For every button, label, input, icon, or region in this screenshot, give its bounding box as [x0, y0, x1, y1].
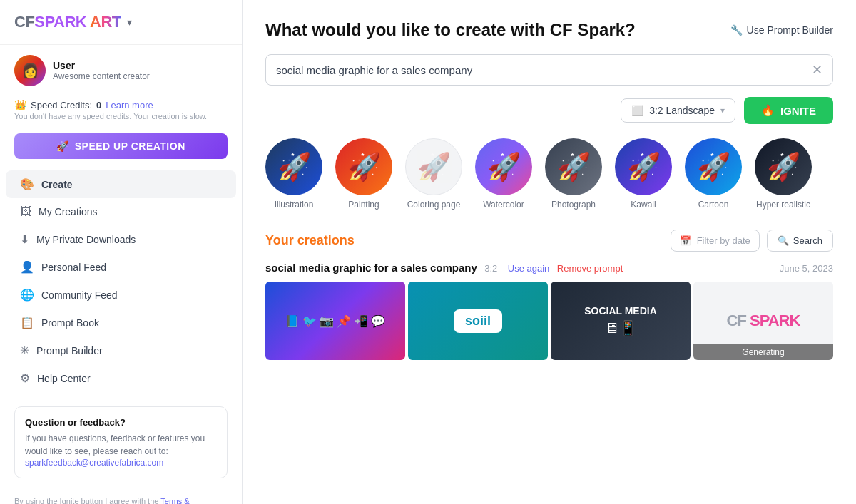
main-content: What would you like to create with CF Sp…	[243, 0, 856, 504]
style-kawaii[interactable]: 🚀 Kawaii	[615, 138, 672, 210]
feedback-title: Question or feedback?	[25, 417, 217, 428]
feedback-text: If you have questions, feedback or featu…	[25, 432, 217, 458]
sidebar-item-private-downloads[interactable]: ⬇ My Private Downloads	[6, 225, 236, 253]
main-header: What would you like to create with CF Sp…	[265, 20, 833, 40]
logo-cf: CF	[14, 13, 34, 31]
style-painting-label: Painting	[348, 200, 379, 210]
terms-prefix: By using the Ignite button I agree with …	[14, 497, 158, 504]
sidebar-item-create-label: Create	[41, 179, 73, 190]
sidebar-item-prompt-book[interactable]: 📋 Prompt Book	[6, 309, 236, 336]
logo: CFSPARK ART	[14, 13, 121, 31]
style-illustration[interactable]: 🚀 Illustration	[265, 138, 322, 210]
speed-up-button[interactable]: 🚀 SPEED UP CREATION	[14, 133, 228, 159]
image-1: 📘🐦📷 📌📲💬	[265, 282, 405, 360]
sidebar-item-community-feed[interactable]: 🌐 Community Feed	[6, 281, 236, 309]
creation-prompt: social media graphic for a sales company	[265, 262, 477, 274]
search-icon: 🔍	[778, 235, 789, 246]
learn-more-link[interactable]: Learn more	[106, 100, 153, 110]
personal-feed-icon: 👤	[20, 260, 34, 274]
credits-area: 👑 Speed Credits: 0 Learn more You don't …	[0, 96, 242, 128]
image-2: soiil	[408, 282, 548, 360]
credits-note: You don't have any speed credits. Your c…	[14, 112, 228, 120]
style-hyperrealistic[interactable]: 🚀 Hyper realistic	[755, 138, 812, 210]
creation-group-info: social media graphic for a sales company…	[265, 262, 623, 274]
style-watercolor[interactable]: 🚀 Watercolor	[475, 138, 532, 210]
creation-group-header: social media graphic for a sales company…	[265, 262, 833, 274]
filter-date-label: Filter by date	[697, 235, 750, 246]
style-kawaii-label: Kawaii	[631, 200, 656, 210]
prompt-input[interactable]	[276, 64, 812, 76]
style-kawaii-circle: 🚀	[615, 138, 672, 195]
logo-area[interactable]: CFSPARK ART ▾	[0, 0, 242, 45]
avatar: 👩	[14, 55, 46, 86]
image-card-1[interactable]: 📘🐦📷 📌📲💬	[265, 282, 405, 360]
sidebar-item-prompt-builder-label: Prompt Builder	[36, 345, 103, 356]
sidebar-item-creations-label: My Creations	[39, 206, 97, 217]
create-icon: 🎨	[20, 178, 34, 191]
style-hyperrealistic-circle: 🚀	[755, 138, 812, 195]
sidebar-item-create[interactable]: 🎨 Create	[6, 170, 236, 198]
controls-row: ⬜ 3:2 Landscape ▾ 🔥 IGNITE	[265, 97, 833, 124]
sidebar-item-my-creations[interactable]: 🖼 My Creations	[6, 198, 236, 225]
image-card-3[interactable]: SOCIAL MEDIA 🖥📱	[551, 282, 691, 360]
style-cartoon-label: Cartoon	[698, 200, 729, 210]
sidebar-item-personal-feed[interactable]: 👤 Personal Feed	[6, 253, 236, 281]
sidebar-item-downloads-label: My Private Downloads	[36, 234, 136, 245]
style-painting-circle: 🚀	[335, 138, 392, 195]
image-card-2[interactable]: soiil	[408, 282, 548, 360]
style-photograph-label: Photograph	[551, 200, 596, 210]
crown-icon: 👑	[14, 99, 26, 110]
user-subtitle: Awesome content creator	[53, 71, 150, 81]
user-section: 👩 User Awesome content creator	[0, 45, 242, 96]
sidebar-item-help-center[interactable]: ⚙ Help Center	[6, 364, 236, 392]
style-photograph[interactable]: 🚀 Photograph	[545, 138, 602, 210]
generating-overlay: Generating	[693, 344, 833, 360]
generating-label: Generating	[742, 347, 784, 357]
creations-header: Your creations 📅 Filter by date 🔍 Search	[265, 230, 833, 252]
aspect-ratio-select[interactable]: ⬜ 3:2 Landscape ▾	[621, 98, 735, 123]
creations-icon: 🖼	[20, 205, 31, 218]
ignite-label: IGNITE	[780, 105, 816, 117]
credits-value: 0	[96, 100, 101, 110]
style-watercolor-label: Watercolor	[483, 200, 524, 210]
feedback-email-link[interactable]: sparkfeedback@creativefabrica.com	[25, 458, 163, 468]
search-bar: ✕	[265, 54, 833, 86]
sidebar-item-prompt-builder[interactable]: ✳ Prompt Builder	[6, 336, 236, 364]
style-hyperrealistic-label: Hyper realistic	[756, 200, 810, 210]
style-cartoon[interactable]: 🚀 Cartoon	[685, 138, 742, 210]
sidebar-item-help-center-label: Help Center	[37, 373, 91, 384]
remove-prompt-link[interactable]: Remove prompt	[557, 263, 623, 274]
images-grid: 📘🐦📷 📌📲💬 soiil SOCIAL MEDIA 🖥📱	[265, 282, 833, 360]
style-coloring[interactable]: 🚀 Coloring page	[405, 138, 462, 210]
clear-input-icon[interactable]: ✕	[812, 62, 822, 78]
community-feed-icon: 🌐	[20, 288, 34, 302]
sidebar-item-personal-feed-label: Personal Feed	[41, 262, 106, 273]
filter-date-input[interactable]: 📅 Filter by date	[671, 230, 760, 252]
help-center-icon: ⚙	[20, 371, 30, 385]
sidebar-item-prompt-book-label: Prompt Book	[41, 317, 99, 329]
sidebar: CFSPARK ART ▾ 👩 User Awesome content cre…	[0, 0, 243, 504]
prompt-book-icon: 📋	[20, 316, 34, 329]
search-button[interactable]: 🔍 Search	[767, 230, 833, 252]
wrench-icon: 🔧	[730, 24, 743, 36]
aspect-ratio-label: 3:2 Landscape	[649, 105, 715, 116]
style-photograph-circle: 🚀	[545, 138, 602, 195]
style-painting[interactable]: 🚀 Painting	[335, 138, 392, 210]
calendar-icon: 📅	[680, 235, 691, 246]
page-title: What would you like to create with CF Sp…	[265, 20, 636, 40]
avatar-image: 👩	[14, 55, 46, 86]
search-label: Search	[793, 235, 822, 246]
styles-grid: 🚀 Illustration 🚀 Painting 🚀 Coloring pag…	[265, 138, 833, 212]
prompt-builder-button[interactable]: 🔧 Use Prompt Builder	[730, 24, 833, 36]
logo-spark: SPARK	[34, 13, 86, 31]
feedback-box: Question or feedback? If you have questi…	[14, 406, 228, 478]
chevron-down-icon[interactable]: ▾	[127, 16, 132, 28]
username: User	[53, 60, 150, 71]
user-info: User Awesome content creator	[53, 60, 150, 81]
prompt-builder-icon: ✳	[20, 344, 29, 357]
aspect-ratio-icon: ⬜	[631, 105, 643, 116]
ignite-button[interactable]: 🔥 IGNITE	[744, 97, 833, 124]
image-card-4[interactable]: CF SPARK Generating	[693, 282, 833, 360]
use-again-link[interactable]: Use again	[508, 263, 550, 274]
logo-art: ART	[90, 13, 121, 31]
